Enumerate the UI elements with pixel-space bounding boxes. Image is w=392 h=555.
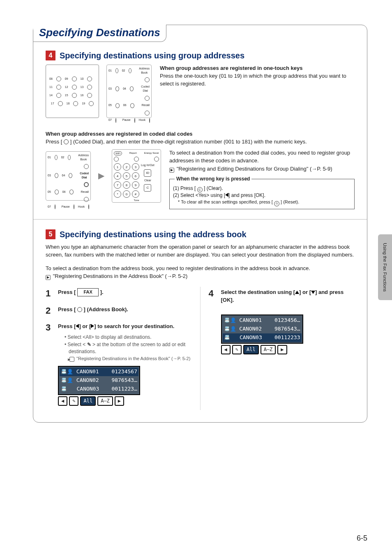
substep-4: 4 Select the destination using [] or [] … (209, 287, 355, 355)
substep-1: 1 Press [FAX]. (46, 287, 192, 300)
edit-btn: ✎ (232, 345, 242, 354)
onetouch-illustration: 080910 111213 141516 171819 0102Address … (46, 65, 152, 118)
s1-a: Press [ (58, 289, 76, 295)
onetouch-heading: When group addresses are registered in o… (160, 65, 355, 72)
step5-ref: ▶ "Registering Destinations in the Addre… (46, 273, 355, 280)
s2-b: ] (Address Book). (82, 306, 128, 312)
s3-c: ] to search for your destination. (94, 323, 174, 329)
substep-1-num: 1 (46, 287, 54, 300)
substep-3-num: 3 (46, 321, 54, 334)
nav-right-btn: ▶ (277, 345, 287, 354)
s3-b: ] or [ (79, 323, 91, 329)
wrong-key-box: When the wrong key is pressed (1) Press … (169, 179, 355, 209)
s3-a: Press [ (58, 323, 76, 329)
nav-right-btn: ▶ (115, 396, 124, 406)
all-btn: All (80, 396, 96, 406)
wrong-l1: (1) Press [ C ] (Clear). (173, 185, 351, 192)
substep-2: 2 Press [ ] (Address Book). (46, 304, 192, 317)
coded-para1: To select a destination from the coded d… (169, 149, 355, 165)
note-icon: ▶ (46, 275, 51, 280)
coded-heading: When group addresses are registered in c… (46, 130, 355, 138)
nav-left-btn: ◀ (58, 396, 67, 406)
s2-a: Press [ (58, 306, 77, 312)
az-btn: A–Z (261, 345, 276, 354)
step5-ref-text: "Registering Destinations in the Address… (53, 273, 188, 279)
substep-4-num: 4 (209, 287, 217, 300)
coded-intro-a: Press [ (46, 139, 64, 145)
edit-icon: ✎ (87, 342, 91, 347)
address-book-key-icon (77, 307, 82, 312)
section-frame: Specifying Destinations 4 Specifying des… (33, 25, 367, 423)
step4-badge: 4 (46, 51, 55, 60)
coded-ref: ▶ "Registering and Editing Destinations … (169, 165, 355, 173)
side-tab: Using the Fax Functions (378, 234, 392, 300)
coded-illustration: 0102Address Book 0304Coded Dial 0506Reca… (46, 149, 161, 203)
az-btn: A–Z (97, 396, 113, 406)
coded-intro-b: ] (Coded Dial), and then enter the three… (69, 139, 307, 145)
note-icon: ▶ (69, 357, 74, 362)
step5-title: Specifying destinations using the addres… (60, 230, 247, 239)
fax-key: FAX (77, 288, 98, 296)
s3-bullet1: • Select <All> to display all destinatio… (65, 334, 192, 341)
page-number: 6-5 (357, 534, 367, 543)
reset-key-icon: ⦸ (274, 201, 279, 206)
arrow-right-icon: ▶ (98, 170, 104, 182)
coded-intro: Press [ ] (Coded Dial), and then enter t… (46, 138, 355, 146)
section-title: Specifying Destinations (33, 25, 166, 42)
wrong-l2: (2) Select <Yes> using [] and press [OK]… (173, 192, 351, 199)
wrong-key-title: When the wrong key is pressed (175, 176, 251, 183)
nav-left-btn: ◀ (221, 345, 231, 354)
wrong-l3: * To clear all the scan settings specifi… (173, 199, 351, 206)
s1-b: ]. (100, 289, 104, 295)
step4-title: Specifying destinations using group addr… (60, 51, 244, 60)
s3-bullet2: • Select < ✎ > at the bottom of the scre… (65, 341, 192, 356)
up-arrow-icon (295, 291, 299, 294)
step5-badge: 5 (46, 229, 55, 239)
substep-3: 3 Press [] or [] to search for your dest… (46, 321, 192, 406)
substep-2-num: 2 (46, 304, 54, 317)
coded-dial-icon (64, 139, 69, 144)
step5-head: 5 Specifying destinations using the addr… (46, 229, 355, 239)
down-arrow-icon (311, 291, 315, 294)
s4-a: Select the destination using [ (221, 289, 295, 295)
note-icon: ▶ (169, 168, 174, 173)
onetouch-body: Press the one-touch key (01 to 19) in wh… (160, 72, 355, 88)
display-step4: 📇👤 CANON010123456… 📇👤 CANON029876543… 📇 … (221, 314, 355, 354)
left-arrow-icon (225, 193, 228, 197)
step4-head: 4 Specifying destinations using group ad… (46, 51, 355, 60)
step5-note: To select a destination from the address… (46, 265, 355, 273)
side-tab-text: Using the Fax Functions (383, 243, 387, 292)
clear-key-icon: C (197, 187, 203, 192)
s3-bullet-ref: ▶ "Registering Destinations in the Addre… (69, 356, 192, 362)
edit-btn: ✎ (69, 396, 78, 406)
all-btn: All (243, 345, 259, 354)
step5-intro: When you type an alphanumeric character … (46, 243, 355, 259)
s4-b: ] or [ (299, 289, 311, 295)
display-step3: 📇👤 CANON0101234567 📇👤 CANON029876543… 📇 … (58, 366, 192, 406)
coded-ref-text: "Registering and Editing Destinations fo… (177, 166, 332, 172)
